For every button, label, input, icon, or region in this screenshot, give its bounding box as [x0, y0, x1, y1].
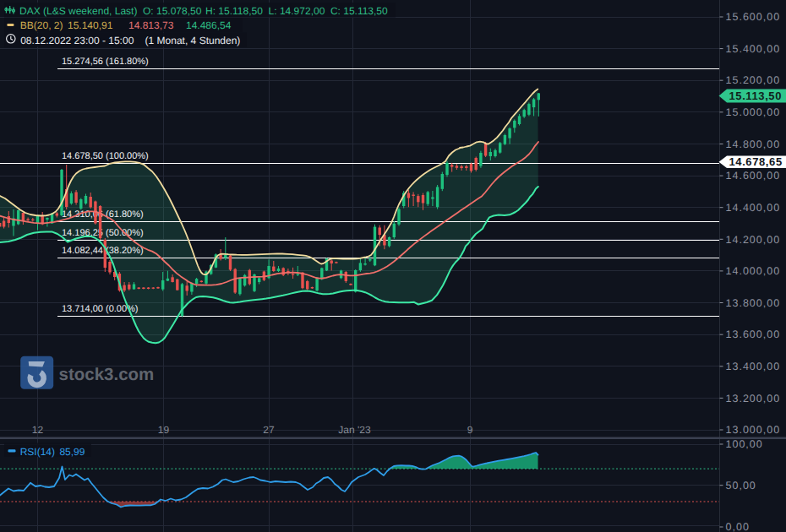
- svg-text:9: 9: [467, 424, 473, 436]
- svg-text:50,00: 50,00: [726, 480, 756, 491]
- svg-text:15.200,00: 15.200,00: [726, 74, 781, 86]
- svg-text:Jan '23: Jan '23: [338, 424, 371, 436]
- svg-text:08.12.2022 23:00 - 15:00: 08.12.2022 23:00 - 15:00: [20, 35, 134, 46]
- svg-text:14.486,54: 14.486,54: [186, 19, 232, 31]
- svg-text:RSI(14): RSI(14): [20, 446, 55, 458]
- svg-text:27: 27: [263, 424, 275, 436]
- svg-text:12: 12: [32, 424, 44, 436]
- svg-text:13.400,00: 13.400,00: [726, 361, 781, 372]
- svg-text:H: 15.118,50: H: 15.118,50: [205, 5, 263, 17]
- svg-text:19: 19: [158, 424, 170, 436]
- svg-text:85,99: 85,99: [59, 446, 85, 458]
- svg-text:14.000,00: 14.000,00: [726, 265, 781, 277]
- svg-text:14.082,44 (38.20%): 14.082,44 (38.20%): [62, 246, 144, 256]
- svg-text:stock3.com: stock3.com: [59, 365, 155, 384]
- svg-text:14.813,73: 14.813,73: [128, 19, 174, 31]
- svg-text:15.600,00: 15.600,00: [726, 11, 781, 23]
- svg-text:DAX (L&S weekend, Last): DAX (L&S weekend, Last): [19, 5, 137, 17]
- svg-text:14.196,25 (50.00%): 14.196,25 (50.00%): [62, 228, 144, 238]
- svg-text:0,00: 0,00: [726, 521, 750, 532]
- svg-text:13.800,00: 13.800,00: [726, 297, 781, 309]
- svg-text:14.400,00: 14.400,00: [726, 202, 781, 214]
- svg-text:14.200,00: 14.200,00: [726, 234, 781, 246]
- svg-text:L: 14.972,00: L: 14.972,00: [269, 5, 325, 17]
- svg-text:15.000,00: 15.000,00: [726, 106, 781, 118]
- svg-text:15.113,50: 15.113,50: [729, 90, 783, 102]
- svg-text:15.140,91: 15.140,91: [68, 19, 113, 31]
- svg-text:100,00: 100,00: [726, 438, 763, 450]
- svg-text:BB(20, 2): BB(20, 2): [20, 19, 63, 31]
- svg-text:14.678,65: 14.678,65: [729, 155, 783, 168]
- svg-text:14.600,00: 14.600,00: [726, 170, 781, 182]
- svg-text:C: 15.113,50: C: 15.113,50: [330, 5, 388, 17]
- svg-text:15.274,56 (161.80%): 15.274,56 (161.80%): [62, 57, 149, 67]
- svg-text:15.400,00: 15.400,00: [726, 43, 781, 55]
- svg-text:13.000,00: 13.000,00: [726, 424, 781, 436]
- svg-text:14.678,50 (100.00%): 14.678,50 (100.00%): [62, 151, 149, 161]
- svg-text:(1 Monat, 4 Stunden): (1 Monat, 4 Stunden): [145, 35, 241, 46]
- svg-text:14.800,00: 14.800,00: [726, 138, 781, 150]
- svg-text:O: 15.078,50: O: 15.078,50: [143, 5, 202, 17]
- svg-text:13.200,00: 13.200,00: [726, 393, 781, 404]
- svg-text:13.600,00: 13.600,00: [726, 328, 781, 340]
